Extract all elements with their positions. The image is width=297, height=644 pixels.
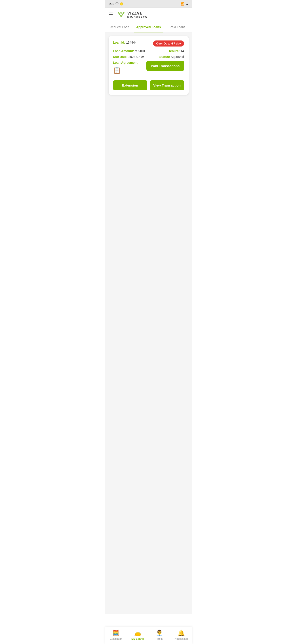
svg-marker-0: [118, 12, 125, 18]
loan-amount-value: ₹ 6100: [135, 49, 145, 53]
paid-transactions-wrapper: Paid Transactions: [146, 61, 184, 71]
paid-transactions-button[interactable]: Paid Transactions: [146, 61, 184, 71]
tab-paid-loans[interactable]: Paid Loans: [163, 22, 192, 32]
nav-my-loans[interactable]: 👝 My Loans: [130, 630, 145, 640]
pdf-icon[interactable]: 📋: [113, 67, 121, 74]
loan-amount-label: Loan Amount:: [113, 49, 134, 53]
status-time: 5:30: [109, 2, 114, 6]
tab-approved-loans[interactable]: Approved Loans: [134, 22, 163, 32]
due-date-row: Due Date: 2023-07-06 Status: Approved: [113, 55, 184, 58]
status-info: Status: Approved: [159, 55, 184, 58]
loan-agreement-label: Loan Agreement: [113, 61, 138, 64]
loan-id-label: Loan Id:: [113, 41, 125, 44]
tenure-label: Tenure:: [169, 49, 180, 53]
bottom-navigation: 🧮 Calculator 👝 My Loans 👨‍💼 Profile 🔔 No…: [105, 627, 192, 644]
loan-card: Loan Id: 134944 Over Due: -87 day Loan A…: [109, 36, 189, 95]
tenure-info: Tenure: 14: [169, 49, 184, 53]
notification-icon: 🔔: [178, 630, 185, 636]
status-right: 📶 ▲: [181, 2, 189, 6]
calculator-icon: 🧮: [112, 630, 119, 636]
overdue-badge: Over Due: -87 day: [153, 40, 184, 46]
status-value: Approved: [171, 55, 184, 58]
my-loans-icon: 👝: [134, 630, 141, 636]
loan-amount-row: Loan Amount: ₹ 6100 Tenure: 14: [113, 49, 184, 53]
nav-profile[interactable]: 👨‍💼 Profile: [152, 630, 167, 640]
loan-id-row: Loan Id: 134944 Over Due: -87 day: [113, 40, 184, 46]
emoji-icon: 😶: [120, 2, 123, 6]
nav-profile-label: Profile: [156, 637, 163, 640]
loan-amount-info: Loan Amount: ₹ 6100: [113, 49, 145, 53]
agreement-row: Loan Agreement 📋 Paid Transactions: [113, 61, 184, 78]
due-date-label: Due Date:: [113, 55, 128, 58]
info-icon: ⓘ: [116, 2, 118, 6]
svg-marker-1: [120, 12, 122, 14]
profile-icon: 👨‍💼: [156, 630, 163, 636]
logo-vizzve: VIZZVE: [127, 11, 147, 16]
main-content: Loan Id: 134944 Over Due: -87 day Loan A…: [105, 32, 192, 614]
nav-notification-label: Notification: [175, 637, 188, 640]
nav-my-loans-label: My Loans: [131, 637, 144, 640]
loan-id-value: 134944: [126, 41, 137, 44]
nav-calculator[interactable]: 🧮 Calculator: [108, 630, 124, 640]
loan-id-info: Loan Id: 134944: [113, 40, 137, 44]
logo-icon: [117, 10, 126, 19]
nav-notification[interactable]: 🔔 Notification: [173, 630, 189, 640]
logo-container: VIZZVE MICROSEVA: [117, 10, 147, 19]
logo-microseva: MICROSEVA: [127, 16, 147, 18]
logo-text: VIZZVE MICROSEVA: [127, 11, 147, 18]
extension-button[interactable]: Extension: [113, 80, 147, 90]
wifi-icon: 📶: [181, 2, 184, 6]
action-buttons-row: Extension View Transaction: [113, 80, 184, 90]
status-bar: 5:30 ⓘ 😶 📶 ▲: [105, 0, 192, 8]
status-label: Status:: [159, 55, 170, 58]
tab-request-loan[interactable]: Request Loan: [105, 22, 134, 32]
tenure-value: 14: [181, 49, 184, 53]
view-transaction-button[interactable]: View Transaction: [150, 80, 184, 90]
loan-agreement-section: Loan Agreement 📋: [113, 61, 138, 74]
due-date-value: 2023-07-06: [128, 55, 145, 58]
due-date-info: Due Date: 2023-07-06: [113, 55, 145, 58]
hamburger-menu-icon[interactable]: ☰: [109, 12, 113, 18]
app-header: ☰ VIZZVE MICROSEVA: [105, 8, 192, 22]
status-left: 5:30 ⓘ 😶: [109, 2, 123, 6]
nav-calculator-label: Calculator: [110, 637, 122, 640]
signal-icon: ▲: [186, 2, 189, 6]
tab-navigation: Request Loan Approved Loans Paid Loans: [105, 22, 192, 32]
